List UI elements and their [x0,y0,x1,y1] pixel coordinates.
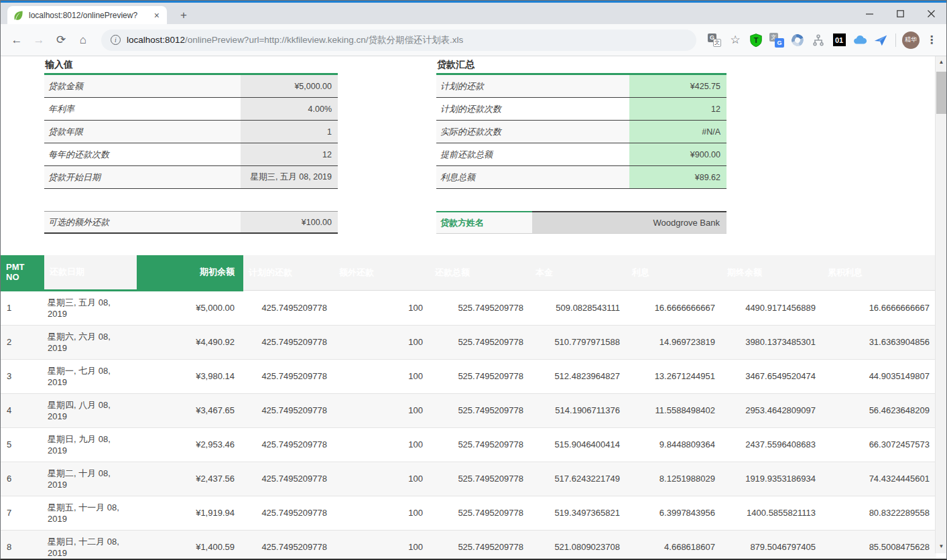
extension-sitemap-icon[interactable] [809,31,828,50]
table-cell: 425.7495209778 [243,530,334,559]
table-cell: 100 [334,325,430,359]
table-cell: 525.7495209778 [430,530,530,559]
extension-ring-icon[interactable] [788,31,807,50]
table-cell: 100 [334,290,430,325]
table-cell: 4.668618607 [627,530,722,559]
extension-cloud-icon[interactable] [850,31,869,50]
address-bar[interactable]: i localhost:8012/onlinePreview?url=http:… [101,29,696,51]
new-tab-button[interactable]: + [176,8,191,23]
table-cell: 509.0828543111 [530,290,627,325]
profile-avatar[interactable]: 精华 [901,31,920,50]
window-minimize-button[interactable] [854,3,885,24]
table-cell: 31.6363904856 [822,325,936,359]
table-cell: 星期五, 十一月 08, 2019 [44,496,137,530]
table-cell: 425.7495209778 [243,393,334,427]
01-glyph: 01 [833,33,846,46]
col-header: 额外还款 [334,255,430,290]
scroll-down-arrow[interactable]: ▼ [936,541,946,552]
table-cell: 1919.9353186934 [722,462,822,496]
input-row: 每年的还款次数12 [44,143,338,166]
table-cell: 100 [334,359,430,393]
star-glyph: ☆ [730,33,740,47]
table-row: 6星期二, 十月 08, 2019¥2,437.56425.7495209778… [1,462,936,496]
window-controls [854,3,946,24]
tab-title: localhost:8012/onlinePreview? [29,11,152,20]
row-label: 利息总额 [436,166,629,188]
translate-page-icon[interactable]: G 文 [705,31,724,50]
tab-close-icon[interactable]: × [152,10,162,21]
scroll-up-arrow[interactable]: ▲ [936,56,946,68]
table-cell: 425.7495209778 [243,325,334,359]
browser-menu-icon[interactable]: ⋮ [922,31,941,50]
col-header: 计划的还款 [243,255,334,290]
browser-tab[interactable]: localhost:8012/onlinePreview? × [7,6,167,24]
table-cell: 3467.6549520474 [722,359,822,393]
input-row: 年利率4.00% [44,98,338,121]
table-cell: 星期日, 九月 08, 2019 [44,427,137,462]
row-label: 可选的额外还款 [44,211,241,232]
table-cell: 星期日, 十二月 08, 2019 [44,530,137,559]
extension-tampermonkey-icon[interactable]: T [747,31,765,50]
col-header: 还款总额 [430,255,530,290]
inputs-table: 贷款金额¥5,000.00年利率4.00%贷款年限1每年的还款次数12贷款开始日… [44,75,338,189]
summary-row: 计划的还款¥425.75 [436,75,727,98]
row-value: 1 [241,121,338,143]
table-cell: 11.5588498402 [627,393,722,427]
table-cell: 512.4823964827 [530,359,627,393]
summary-row: 利息总额¥89.62 [436,166,727,189]
table-cell: 4 [1,393,44,427]
row-value: ¥89.62 [629,166,727,188]
spreadsheet-preview: 输入值 贷款金额¥5,000.00年利率4.00%贷款年限1每年的还款次数12贷… [1,56,935,559]
bookmark-star-icon[interactable]: ☆ [726,31,745,50]
kkfileview-leaf-favicon [13,10,23,21]
row-value: #N/A [629,121,727,143]
table-cell: 425.7495209778 [243,462,334,496]
reload-button[interactable]: ⟳ [52,31,70,50]
summary-row: 提前还款总额¥900.00 [436,143,727,166]
col-header: 利息 [627,255,722,290]
col-header: 还款日期 [44,255,137,290]
table-cell: 525.7495209778 [430,290,530,325]
col-header: PMT NO [1,255,44,290]
window-close-button[interactable] [916,3,946,24]
table-cell: 517.6243221749 [530,462,627,496]
row-value: ¥5,000.00 [241,75,338,97]
extension-01-icon[interactable]: 01 [830,31,848,50]
col-header: 期终余额 [722,255,822,290]
window-maximize-button[interactable] [885,3,916,24]
table-cell: 1400.5855821113 [722,496,822,530]
back-button[interactable]: ← [7,31,26,50]
svg-text:T: T [754,36,759,44]
url-text: localhost:8012/onlinePreview?url=http://… [127,34,463,46]
row-value: 4.00% [241,98,338,120]
table-cell: 525.7495209778 [430,359,530,393]
table-cell: 星期三, 五月 08, 2019 [44,290,137,325]
row-label: 提前还款总额 [436,143,629,165]
table-cell: 14.969723819 [627,325,722,359]
table-row: 2星期六, 六月 08, 2019¥4,490.92425.7495209778… [1,325,936,359]
toolbar-divider [895,33,896,47]
table-cell: 519.3497365821 [530,496,627,530]
table-cell: 425.7495209778 [243,359,334,393]
scroll-thumb[interactable] [936,72,946,114]
titlebar: localhost:8012/onlinePreview? × + [1,3,946,24]
table-cell: 1 [1,290,44,325]
input-row: 贷款开始日期星期三, 五月 08, 2019 [44,166,338,189]
extension-bird-icon[interactable] [871,31,890,50]
table-cell: ¥2,437.56 [137,462,243,496]
table-cell: 6.3997843956 [627,496,722,530]
table-cell: 9.8448809364 [627,427,722,462]
forward-button[interactable]: → [29,31,48,50]
table-cell: 514.1906711376 [530,393,627,427]
summary-row: 计划的还款次数12 [436,98,727,121]
extension-translate-icon[interactable]: 文 G [767,31,786,50]
table-row: 3星期一, 七月 08, 2019¥3,980.14425.7495209778… [1,359,936,393]
input-row: 贷款金额¥5,000.00 [44,75,338,98]
home-button[interactable]: ⌂ [74,31,92,50]
table-cell: 525.7495209778 [430,496,530,530]
row-label: 贷款年限 [44,121,241,143]
vertical-scrollbar[interactable]: ▲ ▼ [935,56,946,553]
table-cell: 星期四, 八月 08, 2019 [44,393,137,427]
page-info-icon[interactable]: i [111,35,121,45]
table-cell: 5 [1,427,44,462]
